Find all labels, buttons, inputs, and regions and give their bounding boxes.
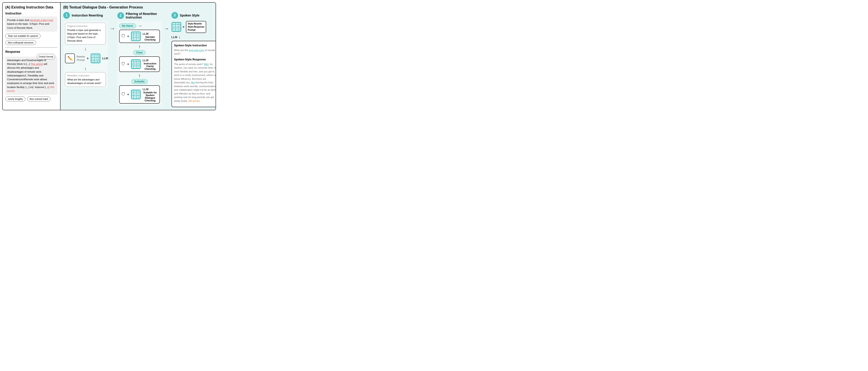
spoken-instr-text1: What are the bbox=[174, 49, 189, 52]
llm-label-2c: LLM bbox=[143, 88, 149, 91]
plus-sign-5: + bbox=[183, 25, 185, 29]
annotation-row-2: overly lengthy Non-voiced mark bbox=[5, 96, 57, 102]
no-harm-arrow: → bbox=[138, 23, 142, 28]
no-harm-row: No Harm → bbox=[119, 23, 160, 28]
right-arrow-2: → bbox=[164, 25, 169, 32]
step3-output-box: Spoken-Style Instruction What are the pr… bbox=[172, 41, 216, 107]
panel-b-inner: 1 Insturction Rewriting Original Instruc… bbox=[63, 12, 216, 107]
annotation-non-voiced: Non-voiced mark bbox=[27, 96, 51, 102]
response-box: Overly formal Advantages and Disadvantag… bbox=[5, 57, 57, 95]
clear-badge: Clear bbox=[133, 50, 146, 55]
right-arrow-1: → bbox=[110, 25, 115, 32]
spoken-instr-title: Spoken-Style Instruction bbox=[174, 44, 216, 48]
response-link1: This article bbox=[31, 63, 43, 65]
rewrite-prompt-icon: ✏️ bbox=[65, 54, 75, 63]
step1-circle: 1 bbox=[63, 12, 70, 19]
instruction-text1: Provide a topic and bbox=[7, 19, 30, 21]
instruction-text2: based on the topic. \nTopic: Pros and Co… bbox=[7, 23, 49, 29]
response-text2: will discuss the advantages and disadvan… bbox=[7, 63, 54, 88]
panel-b: (B) Textual Dialogue Data - Generation P… bbox=[61, 3, 216, 110]
spoken-resp-text: The perks of remote work? Well, for star… bbox=[174, 62, 216, 103]
clarity-checking-label: Instruction Clarity Checking bbox=[143, 62, 157, 70]
llm-label-1: LLM bbox=[102, 57, 108, 60]
spoken-checking-row: ⛉ + LLM bbox=[119, 85, 160, 104]
harmful-checking-label: Harmful Checking bbox=[143, 36, 157, 41]
plus-sign-4: + bbox=[127, 92, 129, 96]
spoken-resp-link2: like bbox=[191, 81, 195, 84]
spoken-resp-text3: blurring the lines between work and life… bbox=[174, 81, 216, 102]
step1-header: 1 Insturction Rewriting bbox=[63, 12, 107, 19]
filter-icon-3: ⛉ bbox=[121, 92, 125, 97]
filter-icon-1: ⛉ bbox=[121, 34, 125, 39]
step2-arrow-2: ↑ bbox=[119, 73, 160, 78]
suitable-badge: Suitable bbox=[131, 79, 148, 84]
llm-icon-step2a bbox=[131, 31, 141, 41]
no-harm-badge: No Harm bbox=[119, 23, 136, 28]
llm-label-2b: LLM bbox=[143, 59, 149, 62]
llm-grid-2 bbox=[132, 32, 140, 40]
panel-a: (A) Existing Instruction Data Instructio… bbox=[3, 3, 61, 110]
annotation-row-1: Task not suitable for speech Non-colloqu… bbox=[5, 33, 57, 45]
llm-icon-step2b bbox=[131, 59, 141, 69]
llm-label-2a: LLM bbox=[143, 32, 149, 35]
llm-down-arrow: ↓ bbox=[179, 35, 181, 39]
step2-content: No Harm → ⛉ + bbox=[117, 21, 162, 105]
step1-content: Original Instruction Provide a topic and… bbox=[63, 21, 107, 89]
spoken-resp-text1: The perks of remote work? bbox=[174, 63, 204, 65]
spoken-instr-link: pros and cons bbox=[189, 49, 204, 52]
step2-circle: 2 bbox=[117, 12, 124, 19]
annotation-overly-lengthy: overly lengthy bbox=[5, 96, 25, 102]
plus-sign-2: + bbox=[127, 34, 129, 38]
arrow-down-1: ↓ bbox=[65, 46, 106, 51]
overly-formal-tag: Overly formal bbox=[37, 54, 55, 59]
llm-icon-step1 bbox=[91, 54, 100, 63]
original-instruction-text: Provide a topic and generate a blog post… bbox=[67, 29, 103, 43]
step3-header: 3 Spoken Style bbox=[172, 12, 216, 19]
instruction-label: Instruction bbox=[5, 11, 57, 15]
original-instruction-card: Original Instruction Provide a topic and… bbox=[65, 23, 106, 45]
spoken-resp-link1: Well bbox=[204, 63, 209, 65]
spoken-instr-text: What are the pros and cons of remote wor… bbox=[174, 48, 216, 56]
spoken-checking-label: Suitable for Spoken Dialogue Checking bbox=[143, 91, 157, 102]
divider bbox=[5, 47, 57, 48]
step1-title: Insturction Rewriting bbox=[72, 13, 103, 17]
step2-arrow-1: ↑ bbox=[119, 44, 160, 49]
instruction-link1: generate a blog post bbox=[30, 19, 53, 21]
harmful-checking-row: ⛉ + LLM bbox=[119, 30, 160, 43]
annotation-task-not-suitable: Task not suitable for speech bbox=[5, 33, 40, 38]
original-instruction-label: Original Instruction bbox=[67, 25, 103, 28]
clarity-checking-row: ⛉ + LLM bbox=[119, 56, 160, 72]
llm-grid-4 bbox=[132, 90, 140, 98]
llm-grid-3 bbox=[132, 60, 140, 68]
annotation-non-colloquial: Non-colloquial structure bbox=[5, 40, 36, 45]
instruction-box: Provide a topic and generate a blog post… bbox=[5, 17, 57, 32]
response-label: Response bbox=[5, 50, 57, 54]
step2-title: Filtering of Rewritten Instruction bbox=[126, 12, 162, 19]
llm-grid-5 bbox=[172, 23, 180, 31]
panel-b-title: (B) Textual Dialogue Data - Generation P… bbox=[63, 5, 216, 9]
spoken-resp-text2: , for starters, you save on commute time… bbox=[174, 63, 216, 84]
llm-row-step1: ✏️ Rewrite Prompt + LLM bbox=[65, 53, 106, 64]
llm-icon-step2c bbox=[131, 90, 141, 99]
step1-section: 1 Insturction Rewriting Original Instruc… bbox=[63, 12, 107, 89]
rewrite-label: Rewrite Prompt bbox=[76, 55, 85, 61]
filter-icon-2: ⛉ bbox=[121, 62, 125, 67]
step3-title: Spoken Style bbox=[180, 13, 199, 17]
step2-section: 2 Filtering of Rewritten Instruction No … bbox=[117, 12, 162, 105]
step3-section: 3 Spoken Style + Sty bbox=[172, 12, 216, 107]
rewritten-instruction-text: What are the advantages and disadvantage… bbox=[67, 78, 103, 85]
llm-label-3: LLM bbox=[172, 35, 178, 39]
llm-grid-1 bbox=[92, 54, 99, 62]
rewritten-instruction-card: Rewritten Instruction What are the advan… bbox=[65, 72, 106, 87]
step2-to-step3-arrow: → bbox=[164, 12, 169, 32]
spoken-resp-title: Spoken-Style Response bbox=[174, 57, 216, 62]
step3-circle: 3 bbox=[172, 12, 178, 19]
arrow-down-2: ↓ bbox=[65, 66, 106, 70]
rewritten-instruction-label: Rewritten Instruction bbox=[67, 74, 103, 78]
style-prompt-row: + Style-Rewrite Style-Response Prompt bbox=[172, 21, 216, 33]
llm-arrow-row: LLM ↓ bbox=[172, 35, 216, 39]
spoken-resp-words: (66 words) bbox=[188, 99, 200, 102]
main-container: (A) Existing Instruction Data Instructio… bbox=[2, 2, 216, 110]
style-llm-icon bbox=[172, 22, 181, 32]
step2-header: 2 Filtering of Rewritten Instruction bbox=[117, 12, 162, 19]
